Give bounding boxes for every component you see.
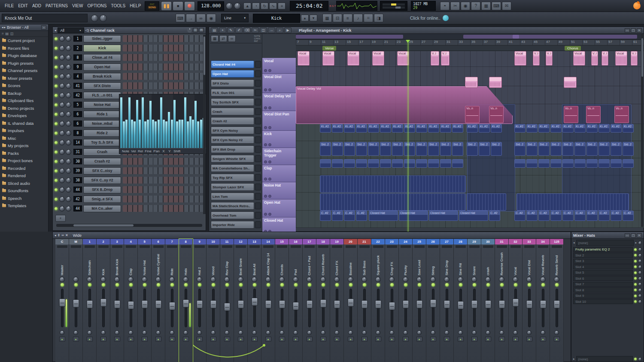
fader-handle[interactable]	[114, 300, 120, 308]
channel-enable-led[interactable]	[55, 141, 58, 144]
channel-pan-knob[interactable]	[59, 64, 65, 70]
step-sequencer[interactable]	[123, 167, 204, 174]
mixer-strip[interactable]: 7 Ride ▲	[165, 239, 179, 362]
channel-enable-led[interactable]	[55, 56, 58, 59]
strip-mute-led[interactable]	[115, 283, 119, 287]
playlist-clip[interactable]	[404, 159, 415, 168]
bar-number[interactable]: 47	[545, 40, 557, 45]
strip-volume-fader[interactable]	[344, 287, 357, 329]
strip-pan-knob[interactable]	[279, 277, 285, 282]
view-tool-icon[interactable]: ♪	[353, 14, 363, 22]
playlist-tool-icon[interactable]: ▤	[211, 27, 218, 33]
fx-slot-mix-knob[interactable]	[638, 277, 642, 281]
strip-stereo-knob[interactable]	[527, 330, 532, 335]
strip-name[interactable]: Beat All	[252, 249, 256, 275]
menu-item[interactable]: HELP	[128, 3, 143, 8]
channel-pan-knob[interactable]	[59, 168, 65, 174]
playlist-clip[interactable]	[332, 159, 343, 168]
playlist-clip[interactable]	[586, 159, 598, 168]
velocity-bar[interactable]	[155, 121, 157, 148]
channel-volume-knob[interactable]	[66, 74, 71, 79]
track-mute-icon[interactable]	[264, 69, 267, 72]
playlist-tool-icon[interactable]: ✂	[252, 27, 259, 33]
mid-tool-icon[interactable]: ⌨	[176, 14, 185, 22]
playlist-clip[interactable]: C..#2	[550, 211, 562, 221]
playlist-clip[interactable]	[538, 159, 550, 168]
strip-pan-knob[interactable]	[430, 277, 436, 282]
fx-slot-mix-knob[interactable]	[638, 300, 642, 304]
strip-mute-led[interactable]	[404, 283, 407, 287]
strip-route-arrow[interactable]: ▲	[279, 337, 285, 341]
velocity-bar[interactable]	[189, 116, 191, 148]
strip-volume-fader[interactable]	[69, 287, 82, 329]
playlist-tool-icon[interactable]: ⌖	[219, 27, 226, 33]
strip-name[interactable]: Chord FX	[335, 249, 339, 275]
velocity-bar[interactable]	[165, 121, 167, 148]
strip-route-arrow[interactable]: ▲	[513, 337, 519, 341]
playlist-clip[interactable]	[564, 77, 577, 88]
playlist-clip[interactable]: C..#2	[586, 211, 598, 221]
strip-stereo-knob[interactable]	[541, 330, 545, 335]
channel-button[interactable]: SFX 8..Drop	[83, 186, 121, 193]
strip-name[interactable]: Chop FX	[390, 249, 394, 275]
fx-slot-enable-led[interactable]	[634, 300, 637, 303]
strip-pan-knob[interactable]	[458, 277, 463, 282]
fader-handle[interactable]	[182, 299, 189, 308]
strip-mute-led[interactable]	[74, 283, 78, 287]
channel-pan-knob[interactable]	[59, 159, 65, 164]
playlist-clip[interactable]: Sid..2	[320, 142, 331, 156]
mixer-strip[interactable]: 18 Chord Reverb ▲	[316, 239, 330, 362]
strip-route-arrow[interactable]: ▲	[87, 337, 93, 341]
mixer-strip[interactable]: 20 Bassline ▲	[344, 239, 358, 362]
strip-name[interactable]: Chord Reverb	[321, 249, 325, 275]
picker-item-button[interactable]: Toy Rip SFX	[211, 174, 254, 181]
strip-volume-fader[interactable]	[316, 287, 330, 329]
waveform-icon[interactable]	[255, 221, 261, 228]
channel-button[interactable]: Sidec..igger	[83, 35, 121, 42]
playlist-clip[interactable]	[320, 159, 331, 168]
mixer-collapse-icon[interactable]: ◂	[55, 234, 56, 237]
playlist-clip[interactable]	[574, 159, 586, 168]
channel-volume-knob[interactable]	[66, 102, 71, 108]
strip-pan-knob[interactable]	[183, 277, 188, 282]
playlist-tool-icon[interactable]: ✐	[235, 27, 243, 33]
strip-name[interactable]: Pad	[294, 249, 298, 275]
channel-enable-led[interactable]	[55, 66, 58, 69]
mixer-strip[interactable]: 5 Noise Hat ▲	[138, 239, 152, 362]
mixer-strip[interactable]: 2 Kick ▲	[97, 239, 110, 362]
mixer-strip[interactable]: 8 Hats ▲	[179, 239, 193, 362]
strip-volume-fader[interactable]	[550, 287, 563, 329]
strip-stereo-knob[interactable]	[486, 330, 490, 335]
strip-volume-fader[interactable]	[179, 287, 192, 329]
fader-handle[interactable]	[292, 302, 299, 310]
picker-item-button[interactable]: MA StaticShock Retro..	[211, 202, 254, 210]
mixer-strip[interactable]: 22 Square pluck ▲	[371, 239, 385, 362]
strip-mute-led[interactable]	[198, 283, 201, 287]
track-mute-icon[interactable]	[264, 178, 267, 181]
playlist-clip[interactable]	[514, 159, 526, 168]
channel-enable-led[interactable]	[55, 132, 58, 135]
channel-volume-knob[interactable]	[66, 45, 71, 51]
browser-item[interactable]: Soundfonts	[0, 187, 48, 195]
playlist-clip[interactable]: Vocal	[322, 51, 334, 66]
channel-button[interactable]: Break Kick	[83, 73, 121, 80]
strip-stereo-knob[interactable]	[554, 330, 559, 335]
playlist-clip[interactable]	[550, 159, 562, 168]
strip-pan-knob[interactable]	[87, 277, 92, 282]
time-display[interactable]: 25:04:02	[290, 1, 328, 11]
track-lanes[interactable]: Vocal Delay Vol Vocal Vocal Vocal Vocal …	[296, 51, 644, 228]
strip-mute-led[interactable]	[143, 283, 146, 287]
channel-enable-led[interactable]	[55, 75, 58, 78]
playlist-clip[interactable]	[526, 159, 538, 168]
waveform-icon[interactable]	[255, 212, 261, 219]
mixer-strip[interactable]: 19 Chord FX ▲	[330, 239, 344, 362]
strip-pan-knob[interactable]	[389, 277, 395, 282]
picker-item-button[interactable]: SFX Cym Noisy	[211, 127, 254, 134]
browser-item[interactable]: Demo projects	[0, 105, 48, 112]
mixer-strip[interactable]: 6 Noise Cymbal ▲	[152, 239, 165, 362]
strip-pan-knob[interactable]	[128, 277, 134, 282]
velocity-bar[interactable]	[200, 120, 202, 148]
playlist-track-header[interactable]: Clap	[262, 165, 296, 182]
strip-pan-knob[interactable]	[499, 277, 504, 282]
channel-volume-knob[interactable]	[66, 130, 71, 136]
